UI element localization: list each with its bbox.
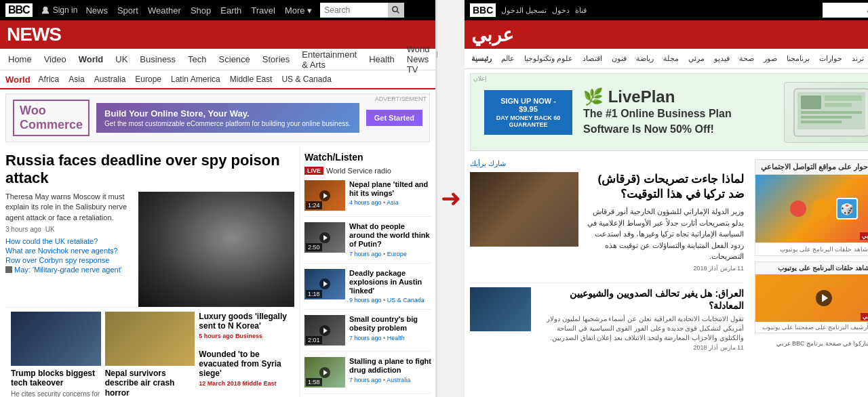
arabic-ad[interactable]: إعلان 🌿 LivePlan The #1 Online Business … <box>470 73 868 151</box>
nav-sport[interactable]: Sport <box>117 5 138 16</box>
radio-label[interactable]: World Service radio <box>326 167 391 175</box>
arabic-nav-program[interactable]: برنامجنا <box>783 49 814 69</box>
arabic-second-story: العراق: هل يغير تحالف الصدويين والشيوعيي… <box>470 283 744 351</box>
arabic-topbar-right <box>823 3 868 18</box>
bbc-logo-text: BBC <box>8 5 30 16</box>
bbc-footer-text: شاركوا في صفحة برنامج BBC عربي <box>755 337 868 350</box>
arabic-nav-enter[interactable]: دخول <box>552 6 570 15</box>
bbc-arabic-logo[interactable]: BBC <box>470 3 496 17</box>
arabic-nav-sport[interactable]: رياضة <box>632 49 658 69</box>
right-panel: قناة دخول تسجيل الدخول BBC عربي المزيد ت… <box>465 0 868 397</box>
nav-world[interactable]: World <box>73 49 109 70</box>
svg-rect-11 <box>801 116 852 119</box>
arabic-second-body: تقول الانتخابات الاتحادية العراقية تعلن … <box>536 314 744 343</box>
arabic-nav-trend[interactable]: ترند <box>848 49 868 69</box>
bbc-logo[interactable]: BBC <box>5 3 33 17</box>
related-link-3[interactable]: Row over Corbyn spy response <box>5 256 133 264</box>
subnav-world[interactable]: World <box>3 75 33 85</box>
nav-uk[interactable]: UK <box>110 49 133 70</box>
sidebar-thumb-1[interactable]: 1:24 <box>304 180 345 211</box>
youtube-thumb[interactable]: BBC عربي <box>755 274 868 322</box>
arabic-nav-magazine[interactable]: مجلة <box>659 49 683 69</box>
social-img-content: 🎲 <box>790 198 858 220</box>
nav-entertainment[interactable]: Entertainment & Arts <box>296 49 362 70</box>
nav-news[interactable]: News <box>85 5 108 16</box>
subnav-africa[interactable]: Africa <box>35 75 64 84</box>
search-button[interactable] <box>388 3 404 18</box>
sub-headline-1[interactable]: Trump blocks biggest tech takeover <box>11 369 101 388</box>
ad-banner: ADVERTISEMENT WooCommerce Build Your Onl… <box>5 93 430 142</box>
story-time: 3 hours ago <box>5 226 41 233</box>
main-headline[interactable]: Russia faces deadline over spy poison at… <box>5 152 294 188</box>
sidebar-thumb-2[interactable]: 2:50 <box>304 222 345 253</box>
ad-label: ADVERTISEMENT <box>375 96 427 102</box>
subnav-europe[interactable]: Europe <box>131 75 165 84</box>
arabic-nav-economy[interactable]: اقتصاد <box>578 49 606 69</box>
youtube-play-icon[interactable] <box>816 290 832 306</box>
arabic-nav-home[interactable]: رئيسية <box>467 49 496 69</box>
sub-image-1 <box>11 312 101 366</box>
sub-headline-2[interactable]: Nepal survivors describe air crash horro… <box>105 369 195 397</box>
arabic-search-input[interactable] <box>827 6 868 14</box>
arabic-second-meta: 11 مارس آذار 2018 <box>536 344 744 351</box>
sub-headline-3[interactable]: Luxury goods 'illegally sent to N Korea' <box>199 312 289 331</box>
sidebar-thumb-5[interactable]: 1:58 <box>304 357 345 388</box>
arabic-news-title: عربي <box>471 24 514 46</box>
list-item: 2:50 What do people around the world thi… <box>304 222 431 264</box>
arabic-main-headline[interactable]: لماذا جاءت تصريحات (قرقاش) ضد تركيا في ه… <box>584 172 744 202</box>
subnav-latin[interactable]: Latin America <box>167 75 224 84</box>
related-link-2[interactable]: What are Novichok nerve agents? <box>5 247 133 255</box>
liveplan-cta-button[interactable]: SIGN UP NOW - $9.95 60 DAY MONEY BACK GU… <box>484 90 572 135</box>
arabic-nav-world[interactable]: عالم <box>497 49 519 69</box>
nav-science[interactable]: Science <box>214 49 256 70</box>
subnav-us-canada[interactable]: US & Canada <box>277 75 335 84</box>
social-footer[interactable]: شاهد حلقات البرنامج على يوتيوب <box>755 243 868 255</box>
arabic-sidebar: نقطة حوار على مواقع التواصل الاجتماعي 🎲 … <box>749 155 868 397</box>
nav-earth[interactable]: Earth <box>220 5 241 16</box>
arabic-nav-health2[interactable]: صحة <box>735 49 758 69</box>
nav-more[interactable]: More ▾ <box>285 5 312 16</box>
nav-stories[interactable]: Stories <box>257 49 295 70</box>
woo-logo: WooCommerce <box>13 100 90 136</box>
liveplan-logo: 🌿 LivePlan <box>583 87 773 106</box>
nav-shop[interactable]: Shop <box>191 5 211 16</box>
subnav-australia[interactable]: Australia <box>90 75 130 84</box>
youtube-box: شاهد حلقات البرنامج على يوتيوب BBC عربي … <box>755 262 868 333</box>
nav-tech[interactable]: Tech <box>182 49 212 70</box>
arabic-nav-science[interactable]: علوم وتكنولوجيا <box>520 49 577 69</box>
nav-home[interactable]: Home <box>3 49 37 70</box>
search-input[interactable] <box>320 3 388 18</box>
arabic-nav-visual[interactable]: مرئي <box>684 49 709 69</box>
share-link[interactable]: شارك برأيك <box>470 159 744 168</box>
arabic-search-box[interactable] <box>823 3 868 18</box>
liveplan-device-image <box>784 82 868 143</box>
subnav-asia[interactable]: Asia <box>64 75 88 84</box>
arabic-nav-video2[interactable]: فيديو <box>710 49 734 69</box>
arabic-nav-register[interactable]: تسجيل الدخول <box>501 6 547 15</box>
subnav-mideast[interactable]: Middle East <box>226 75 277 84</box>
ad-woocommerce[interactable]: WooCommerce Build Your Online Store, You… <box>6 100 429 136</box>
related-link-1[interactable]: How could the UK retaliate? <box>5 237 133 245</box>
woo-cta-button[interactable]: Get Started <box>366 110 422 126</box>
nav-travel[interactable]: Travel <box>251 5 275 16</box>
nav-weather[interactable]: Weather <box>148 5 181 16</box>
main-body: Theresa May warns Moscow it must explain… <box>5 192 133 223</box>
sidebar-thumb-4[interactable]: 2:01 <box>304 315 345 346</box>
nav-worldnews[interactable]: World News TV <box>401 49 435 70</box>
sidebar-thumb-3[interactable]: 1:18 <box>304 269 345 299</box>
arabic-nav-login[interactable]: قناة <box>575 6 587 15</box>
main-content: Russia faces deadline over spy poison at… <box>0 146 435 397</box>
nav-business[interactable]: Business <box>134 49 181 70</box>
search-box[interactable] <box>320 3 404 18</box>
arabic-nav-photos[interactable]: صور <box>760 49 781 69</box>
story-location: UK <box>45 226 55 233</box>
sign-in-link[interactable]: Sign in <box>41 5 78 15</box>
sub-image-2 <box>105 312 195 366</box>
related-link-4[interactable]: May: 'Military-grade nerve agent' <box>5 266 133 274</box>
arabic-nav-discussions[interactable]: حوارات <box>815 49 846 69</box>
nav-video[interactable]: Video <box>39 49 72 70</box>
nav-health[interactable]: Health <box>363 49 400 70</box>
sub-headline-4[interactable]: Wounded 'to be evacuated from Syria sieg… <box>199 350 289 379</box>
arabic-nav-arts[interactable]: فنون <box>608 49 631 69</box>
arabic-second-headline[interactable]: العراق: هل يغير تحالف الصدويين والشيوعيي… <box>536 287 744 312</box>
